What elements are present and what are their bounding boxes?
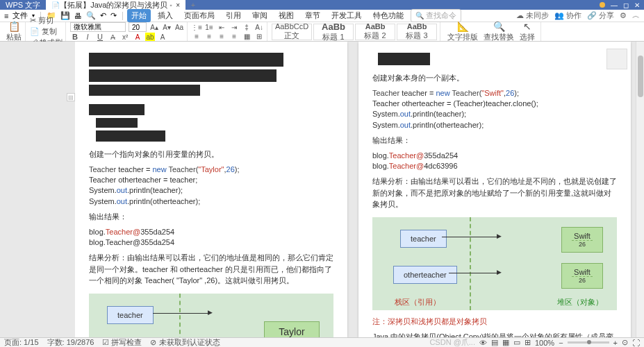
sort-icon[interactable]: A↓: [254, 23, 264, 31]
document-page-2[interactable]: ■ 创建对象本身的一个副本。 Teacher teacher = new Tea…: [358, 42, 631, 337]
spell-check[interactable]: ☑ 拼写检查: [102, 337, 142, 347]
outdent-icon[interactable]: ⇤: [217, 23, 226, 31]
clear-format-icon[interactable]: Aa: [174, 23, 184, 31]
tab-review[interactable]: 审阅: [248, 9, 272, 22]
italic-icon[interactable]: I: [83, 33, 92, 41]
analysis: 结果分析：由输出结果可以看出，它们的地址是不同的，也就是说创建了新的对象，而不是…: [372, 176, 617, 210]
tab-layout[interactable]: 页面布局: [180, 9, 219, 22]
indent-icon[interactable]: ⇥: [229, 23, 239, 31]
paragraph: 创建一个指向对象的引用变量的拷贝。: [89, 149, 333, 160]
align-left-icon[interactable]: ≡: [192, 32, 201, 40]
tab-reference[interactable]: 引用: [222, 9, 245, 22]
align-right-icon[interactable]: ≡: [217, 32, 226, 40]
paste-button[interactable]: 📋粘贴: [6, 21, 22, 42]
view-mode-2-icon[interactable]: ▤: [491, 338, 498, 347]
style-normal[interactable]: AaBbCcD正文: [272, 24, 312, 40]
select-button[interactable]: ↖选择: [517, 21, 538, 42]
preview-icon[interactable]: 🔍: [86, 11, 96, 20]
chevron-up-icon[interactable]: ︿: [632, 10, 640, 21]
redacted-heading: ■: [378, 53, 430, 65]
analysis: 结果分析：由输出结果可以看出，它们的地址值是相同的，那么它们肯定是同一个对象。t…: [89, 252, 333, 287]
output-label: 输出结果：: [89, 211, 333, 223]
document-tab[interactable]: 📄 【拓展】Java的深拷贝与浅拷贝 ◦ ×: [46, 0, 185, 10]
zoom-slider[interactable]: [568, 341, 609, 344]
style-h1[interactable]: AaBb标题 1: [313, 24, 354, 40]
page-shadow: [606, 49, 627, 69]
csdn-watermark: CSDN @爪...: [429, 337, 475, 347]
char-border-icon[interactable]: A: [158, 33, 167, 41]
numbering-icon[interactable]: 1≡: [204, 23, 214, 31]
document-page-1[interactable]: ■ ■ ■ ■ ■ ■ 创建一个指向对象的引用变量的拷贝。 Teacher te…: [75, 42, 347, 337]
restore-icon[interactable]: ◻: [623, 1, 629, 9]
bullets-icon[interactable]: ⋮≡: [192, 23, 201, 31]
view-mode-3-icon[interactable]: ▦: [502, 338, 509, 347]
notification-dot[interactable]: [600, 2, 605, 8]
settings-icon[interactable]: ⚙: [620, 11, 627, 20]
minimize-icon[interactable]: —: [611, 1, 618, 9]
linespace-icon[interactable]: ‡: [242, 23, 251, 31]
diagram-2: teacher otherteacher Swift26 Swift26 栈区（…: [372, 217, 617, 310]
view-mode-4-icon[interactable]: ▭: [513, 338, 520, 347]
cut-button[interactable]: ✂ 剪切: [30, 15, 63, 26]
add-tab[interactable]: +: [185, 0, 201, 10]
note: 注：深拷贝和浅拷贝都是对象拷贝: [372, 316, 617, 328]
fullscreen-icon[interactable]: ⛶: [632, 339, 640, 347]
size-select[interactable]: 20: [129, 22, 147, 32]
page-indicator[interactable]: 页面: 1/15: [4, 337, 39, 347]
paragraph: Java 中的对象拷贝(Object Copy)指的是将一个对象的所有属性（成员…: [372, 331, 617, 337]
collab-button[interactable]: 👥 协作: [554, 10, 581, 21]
auth-status: ⊘ 未获取到认证状态: [150, 337, 220, 347]
close-icon[interactable]: ✕: [634, 1, 640, 9]
shading-icon[interactable]: ▦: [242, 32, 251, 40]
underline-icon[interactable]: U: [95, 33, 105, 41]
output-block: blog.Teacher@355da254 blog.Teacher@4dc63…: [372, 151, 617, 172]
align-center-icon[interactable]: ≡: [204, 32, 214, 40]
outline-toggle-icon[interactable]: ▤: [67, 93, 75, 101]
undo-icon[interactable]: ↶: [100, 11, 106, 20]
file-menu[interactable]: 文件: [13, 10, 28, 21]
zoom-label[interactable]: 100%: [535, 339, 554, 347]
tab-start[interactable]: 开始: [127, 9, 151, 22]
output-block: blog.Teacher@355da254 blog.Teacher@355da…: [89, 227, 333, 248]
menu-icon[interactable]: ≡: [4, 12, 8, 20]
tab-section[interactable]: 章节: [301, 9, 324, 22]
tab-view[interactable]: 视图: [274, 9, 298, 22]
output-label: 输出结果：: [372, 135, 617, 146]
vertical-scrollbar[interactable]: [636, 42, 644, 337]
text-layout-button[interactable]: 📐文字排版: [445, 21, 481, 42]
code-block: Teacher teacher = new Teacher("Taylor",2…: [89, 164, 333, 208]
paragraph: 创建对象本身的一个副本。: [372, 72, 617, 84]
bold-icon[interactable]: B: [70, 33, 80, 41]
print-icon[interactable]: 🖶: [74, 12, 82, 20]
find-replace-button[interactable]: 🔍查找替换: [481, 21, 517, 42]
view-mode-1-icon[interactable]: 👁: [479, 339, 487, 347]
redacted-heading: ■: [89, 53, 283, 67]
redo-icon[interactable]: ↷: [110, 11, 117, 20]
font-color-icon[interactable]: A: [133, 33, 142, 41]
share-button[interactable]: 🔗 分享: [587, 10, 614, 21]
view-mode-5-icon[interactable]: ⊞: [525, 338, 531, 347]
shrink-font-icon[interactable]: A▾: [162, 23, 172, 31]
justify-icon[interactable]: ≡: [229, 32, 239, 40]
app-tab[interactable]: WPS 文字: [0, 0, 46, 10]
sup-icon[interactable]: x²: [120, 33, 130, 41]
borders-icon[interactable]: ⊞: [254, 32, 264, 40]
word-count[interactable]: 字数: 19/2876: [47, 337, 94, 347]
left-gutter: [0, 42, 75, 337]
grow-font-icon[interactable]: A▴: [149, 23, 159, 31]
tab-devtools[interactable]: 开发工具: [327, 9, 366, 22]
zoom-out-icon[interactable]: −: [559, 339, 563, 347]
sync-status[interactable]: ☁ 未同步: [516, 10, 549, 21]
fit-icon[interactable]: ⊙: [622, 338, 628, 347]
font-select[interactable]: 微软雅黑: [70, 22, 126, 32]
highlight-icon[interactable]: ab: [145, 33, 155, 41]
zoom-in-icon[interactable]: +: [613, 339, 618, 347]
strike-icon[interactable]: A̶: [108, 33, 117, 41]
diagram-1: teacher Taylor 26: [89, 294, 333, 337]
tab-insert[interactable]: 插入: [154, 9, 177, 22]
code-block: Teacher teacher = new Teacher("Swift",26…: [372, 88, 617, 131]
tab-special[interactable]: 特色功能: [369, 9, 408, 22]
style-h2[interactable]: AaBb标题 2: [355, 24, 395, 40]
copy-button[interactable]: 📄 复制: [30, 26, 63, 37]
style-h3[interactable]: AaBb标题 3: [397, 24, 437, 40]
